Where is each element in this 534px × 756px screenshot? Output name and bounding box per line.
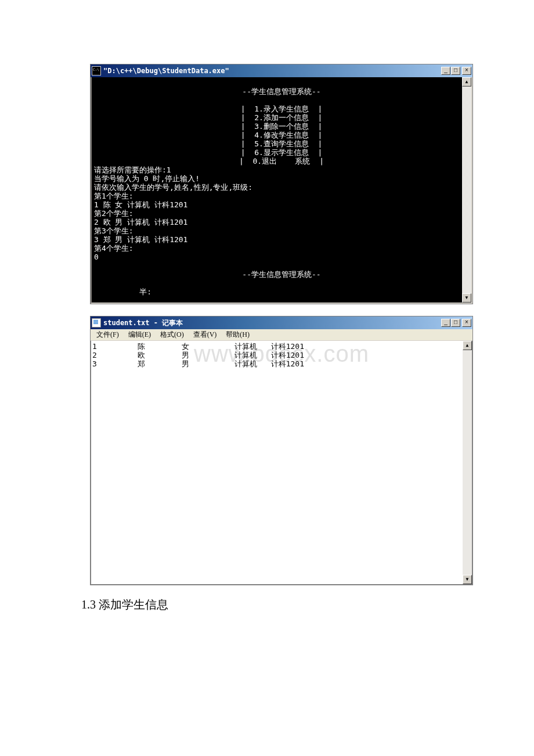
table-row: 2 欧 男 计算机 计科1201 [92,351,471,359]
console-titlebar[interactable]: "D:\c++\Debug\StudentData.exe" _ □ × [91,64,472,77]
entry-data: 3 郑 男 计算机 计科1201 [94,235,469,244]
notepad-content: 1 陈 女 计算机 计科1201 2 欧 男 计算机 计科1201 3 郑 男 … [92,342,471,368]
menu-view[interactable]: 查看(V) [189,329,222,341]
scroll-up-icon[interactable]: ▲ [462,77,471,87]
console-title: "D:\c++\Debug\StudentData.exe" [103,67,441,75]
maximize-button[interactable]: □ [451,319,460,327]
notepad-title: student.txt - 记事本 [103,318,441,328]
minimize-button[interactable]: _ [441,319,450,327]
scroll-track[interactable] [462,87,471,293]
entry-label: 第4个学生: [94,244,469,253]
entry-data: 1 陈 女 计算机 计科1201 [94,200,469,209]
entry-label: 第2个学生: [94,209,469,218]
menu-item-1: | 1.录入学生信息 | [241,105,323,113]
menu-item-6: | 6.显示学生信息 | [241,148,323,157]
close-button[interactable]: × [462,67,471,75]
entry-label: 第1个学生: [94,192,469,200]
console-window: "D:\c++\Debug\StudentData.exe" _ □ × --学… [90,64,473,304]
close-button[interactable]: × [462,319,471,327]
input-hint: 请依次输入学生的学号,姓名,性别,专业,班级: [94,183,469,192]
menu-file[interactable]: 文件(F) [92,329,124,341]
system-header: --学生信息管理系统-- [94,87,469,96]
window-controls: _ □ × [441,67,471,75]
console-output: --学生信息管理系统-- | 1.录入学生信息 | | 2.添加一个信息 | |… [91,77,472,304]
minimize-button[interactable]: _ [441,67,450,75]
prompt-line: 请选择所需要的操作:1 [94,165,469,174]
system-footer: --学生信息管理系统-- [94,270,469,279]
menu-edit[interactable]: 编辑(E) [124,329,156,341]
table-row: 1 陈 女 计算机 计科1201 [92,342,471,351]
console-scrollbar[interactable]: ▲ ▼ [462,77,471,303]
menu-item-0: | 0.退出 系统 | [239,157,324,165]
notepad-app-icon [92,318,101,327]
scroll-down-icon[interactable]: ▼ [463,575,472,584]
menu-item-5: | 5.查询学生信息 | [241,139,323,148]
entry-data: 2 欧 男 计算机 计科1201 [94,218,469,226]
table-row: 3 郑 男 计算机 计科1201 [92,359,471,368]
scroll-track[interactable] [463,350,472,575]
menu-format[interactable]: 格式(O) [156,329,189,341]
scroll-down-icon[interactable]: ▼ [462,293,471,303]
maximize-button[interactable]: □ [451,67,460,75]
notepad-titlebar[interactable]: student.txt - 记事本 _ □ × [91,316,472,329]
notepad-window: student.txt - 记事本 _ □ × 文件(F) 编辑(E) 格式(O… [90,316,473,585]
menu-item-2: | 2.添加一个信息 | [241,113,323,122]
stop-hint: 当学号输入为 0 时,停止输入! [94,174,469,183]
menu-help[interactable]: 帮助(H) [221,329,254,341]
console-app-icon [92,66,101,75]
window-controls: _ □ × [441,319,471,327]
entry-data: 0 [94,253,469,261]
notepad-textarea[interactable]: www.bdocx.com 1 陈 女 计算机 计科1201 2 欧 男 计算机… [91,341,472,585]
menu-item-4: | 4.修改学生信息 | [241,131,323,139]
notepad-scrollbar[interactable]: ▲ ▼ [463,341,472,584]
notepad-menubar: 文件(F) 编辑(E) 格式(O) 查看(V) 帮助(H) [91,329,472,341]
caption-text: 1.3 添加学生信息 [81,597,534,613]
half-line: 半: [94,287,469,296]
entry-label: 第3个学生: [94,226,469,235]
menu-item-3: | 3.删除一个信息 | [241,122,323,131]
